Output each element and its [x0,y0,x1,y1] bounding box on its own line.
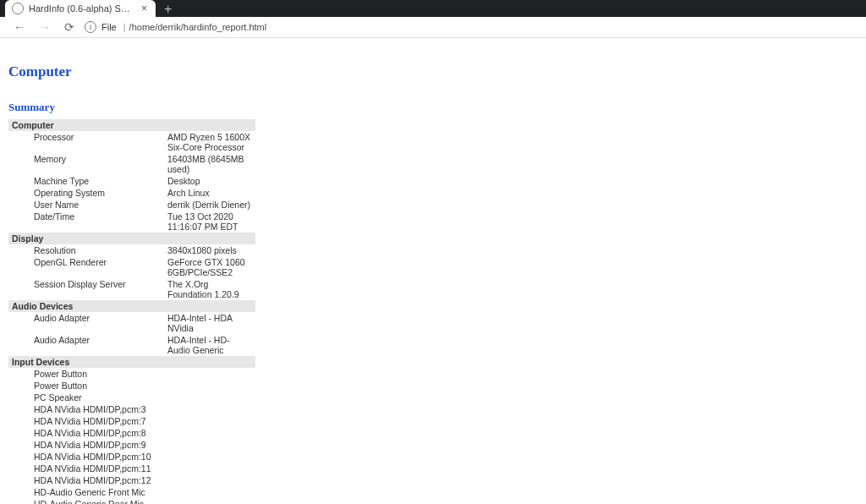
row-key: Power Button [8,368,164,380]
table-row: ProcessorAMD Ryzen 5 1600X Six-Core Proc… [8,131,255,153]
table-row: HDA NVidia HDMI/DP,pcm:9 [8,439,255,451]
row-value [164,427,255,439]
row-value: Tue 13 Oct 2020 11:16:07 PM EDT [164,211,255,233]
row-key: PC Speaker [8,392,164,403]
row-value [164,498,255,504]
section-title: Display [8,233,255,244]
table-row: HD-Audio Generic Front Mic [8,486,255,498]
table-row: HDA NVidia HDMI/DP,pcm:8 [8,427,255,439]
row-key: Processor [8,131,164,153]
row-key: Date/Time [8,211,164,233]
row-value: 3840x1080 pixels [164,244,255,256]
row-key: HDA NVidia HDMI/DP,pcm:11 [8,463,164,474]
section-header-computer: Computer [8,119,255,131]
reload-button[interactable]: ⟳ [58,21,81,33]
row-value [164,451,255,463]
favicon-icon [12,3,24,14]
table-row: OpenGL RendererGeForce GTX 1060 6GB/PCIe… [8,256,255,278]
row-value: Desktop [164,175,255,187]
table-row: HDA NVidia HDMI/DP,pcm:7 [8,415,255,427]
table-row: Resolution3840x1080 pixels [8,244,255,256]
row-key: User Name [8,199,164,211]
row-value: GeForce GTX 1060 6GB/PCIe/SSE2 [164,256,255,278]
close-tab-icon[interactable]: × [141,3,147,14]
section-header-display: Display [8,233,255,244]
table-row: HDA NVidia HDMI/DP,pcm:12 [8,474,255,486]
table-row: User Namederrik (Derrik Diener) [8,199,255,211]
table-row: Audio AdapterHDA-Intel - HDA NVidia [8,312,255,334]
section-summary-title: Summary [8,101,858,114]
table-row: Audio AdapterHDA-Intel - HD-Audio Generi… [8,334,255,356]
new-tab-button[interactable]: + [156,2,180,17]
row-key: Audio Adapter [8,312,164,334]
table-row: Session Display ServerThe X.Org Foundati… [8,278,255,300]
row-value: derrik (Derrik Diener) [164,199,255,211]
table-row: Memory16403MB (8645MB used) [8,153,255,175]
table-row: HDA NVidia HDMI/DP,pcm:3 [8,403,255,415]
table-row: HD-Audio Generic Rear Mic [8,498,255,504]
row-key: OpenGL Renderer [8,256,164,278]
row-value [164,380,255,392]
row-value [164,463,255,474]
row-key: Operating System [8,187,164,199]
row-key: Machine Type [8,175,164,187]
row-key: Session Display Server [8,278,164,300]
row-value [164,392,255,403]
url-separator: | [123,22,126,32]
row-value: HDA-Intel - HDA NVidia [164,312,255,334]
table-row: Machine TypeDesktop [8,175,255,187]
row-value: The X.Org Foundation 1.20.9 [164,278,255,300]
row-key: HD-Audio Generic Rear Mic [8,498,164,504]
address-bar[interactable]: i File | /home/derrik/hardinfo_report.ht… [85,21,266,33]
row-key: Audio Adapter [8,334,164,356]
tab-strip: HardInfo (0.6-alpha) Syste × + [0,0,866,17]
table-row: PC Speaker [8,392,255,403]
row-key: HD-Audio Generic Front Mic [8,486,164,498]
row-value: Arch Linux [164,187,255,199]
row-key: Power Button [8,380,164,392]
row-key: HDA NVidia HDMI/DP,pcm:9 [8,439,164,451]
section-title: Input Devices [8,356,255,368]
table-row: HDA NVidia HDMI/DP,pcm:10 [8,451,255,463]
row-value [164,403,255,415]
table-row: Date/TimeTue 13 Oct 2020 11:16:07 PM EDT [8,211,255,233]
section-header-audio: Audio Devices [8,300,255,312]
row-key: HDA NVidia HDMI/DP,pcm:12 [8,474,164,486]
row-value [164,439,255,451]
table-row: Power Button [8,368,255,380]
page-title: Computer [8,63,858,80]
forward-button[interactable]: → [32,21,58,33]
report-page: Computer Summary ComputerProcessorAMD Ry… [0,38,866,504]
section-header-input: Input Devices [8,356,255,368]
table-row: Operating SystemArch Linux [8,187,255,199]
section-title: Audio Devices [8,300,255,312]
browser-tab[interactable]: HardInfo (0.6-alpha) Syste × [5,0,156,17]
site-info-icon[interactable]: i [85,21,96,33]
url-scheme: File [101,22,117,32]
table-row: Power Button [8,380,255,392]
row-key: HDA NVidia HDMI/DP,pcm:10 [8,451,164,463]
url-path: /home/derrik/hardinfo_report.html [129,22,267,32]
browser-toolbar: ← → ⟳ i File | /home/derrik/hardinfo_rep… [0,17,866,38]
row-value: 16403MB (8645MB used) [164,153,255,175]
back-button[interactable]: ← [7,21,32,33]
row-value [164,415,255,427]
row-value: AMD Ryzen 5 1600X Six-Core Processor [164,131,255,153]
row-key: HDA NVidia HDMI/DP,pcm:8 [8,427,164,439]
summary-table: ComputerProcessorAMD Ryzen 5 1600X Six-C… [8,119,255,504]
section-title: Computer [8,119,255,131]
row-key: Resolution [8,244,164,256]
row-value [164,486,255,498]
row-key: HDA NVidia HDMI/DP,pcm:3 [8,403,164,415]
table-row: HDA NVidia HDMI/DP,pcm:11 [8,463,255,474]
row-key: Memory [8,153,164,175]
row-value [164,474,255,486]
row-key: HDA NVidia HDMI/DP,pcm:7 [8,415,164,427]
tab-title: HardInfo (0.6-alpha) Syste [29,3,134,14]
row-value: HDA-Intel - HD-Audio Generic [164,334,255,356]
browser-chrome: HardInfo (0.6-alpha) Syste × + ← → ⟳ i F… [0,0,866,38]
row-value [164,368,255,380]
